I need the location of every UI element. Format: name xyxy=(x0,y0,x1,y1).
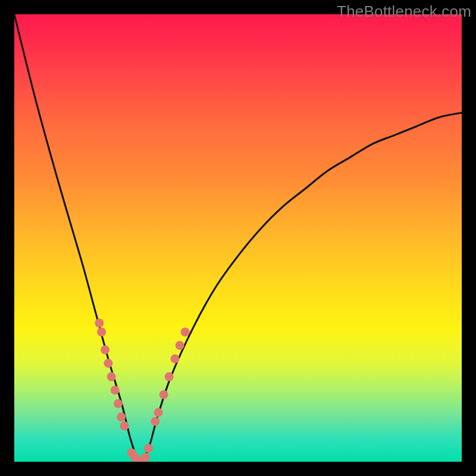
marker-dot xyxy=(120,421,129,430)
marker-dot xyxy=(134,458,143,462)
marker-dot xyxy=(137,458,146,462)
marker-dot xyxy=(107,372,116,381)
marker-dot xyxy=(181,327,190,336)
marker-dot xyxy=(141,453,150,462)
marker-dot xyxy=(127,448,136,457)
chart-frame: TheBottleneck.com xyxy=(0,0,476,476)
marker-dot xyxy=(117,412,126,421)
marker-dot xyxy=(95,318,104,327)
marker-dot xyxy=(144,444,153,453)
marker-dot xyxy=(104,359,112,368)
marker-dot xyxy=(101,346,109,355)
marker-dot xyxy=(170,355,179,364)
plot-area xyxy=(14,14,462,462)
marker-dot xyxy=(176,341,184,350)
marker-dot xyxy=(159,390,168,399)
marker-dot xyxy=(165,372,174,381)
marker-dot xyxy=(114,399,123,408)
marker-dot xyxy=(111,386,120,394)
bottleneck-curve xyxy=(14,14,462,462)
chart-svg xyxy=(14,14,462,462)
marker-dots xyxy=(95,318,189,462)
marker-dot xyxy=(154,408,163,417)
watermark-text: TheBottleneck.com xyxy=(337,2,471,21)
marker-dot xyxy=(131,453,140,462)
marker-dot xyxy=(151,417,159,426)
marker-dot xyxy=(97,327,106,336)
